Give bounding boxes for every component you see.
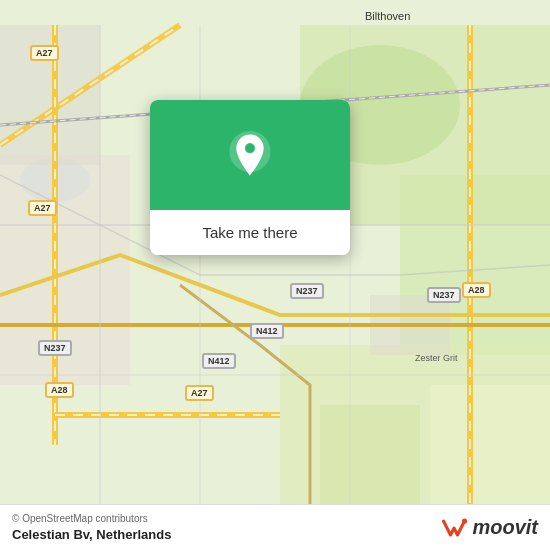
road-label-a27-mid: A27 (28, 200, 57, 216)
moovit-text: moovit (472, 516, 538, 539)
map-container: A27 A27 A27 A28 A28 N237 N237 N237 N412 … (0, 0, 550, 550)
popup-card: Take me there (150, 100, 350, 255)
bottom-left-info: © OpenStreetMap contributors Celestian B… (12, 513, 171, 542)
city-label-zester: Zester Grit (415, 353, 458, 363)
svg-point-12 (246, 144, 255, 153)
popup-green-area (150, 100, 350, 210)
bottom-bar: © OpenStreetMap contributors Celestian B… (0, 504, 550, 550)
map-background (0, 0, 550, 550)
road-label-n237-left: N237 (38, 340, 72, 356)
moovit-m-icon (440, 514, 468, 542)
road-label-n412-mid: N412 (202, 353, 236, 369)
city-label-bilthoven: Bilthoven (365, 10, 410, 22)
take-me-there-button[interactable]: Take me there (150, 210, 350, 255)
copyright-text: © OpenStreetMap contributors (12, 513, 171, 524)
svg-point-14 (462, 518, 467, 523)
moovit-logo: moovit (440, 514, 538, 542)
road-label-a27-bottom: A27 (185, 385, 214, 401)
location-name: Celestian Bv, Netherlands (12, 527, 171, 542)
road-label-a28-bottom: A28 (45, 382, 74, 398)
road-label-n237-mid: N237 (290, 283, 324, 299)
road-label-n237-right: N237 (427, 287, 461, 303)
road-label-a27-top: A27 (30, 45, 59, 61)
location-pin-icon (226, 131, 274, 179)
road-label-n412-center: N412 (250, 323, 284, 339)
road-label-a28-right: A28 (462, 282, 491, 298)
